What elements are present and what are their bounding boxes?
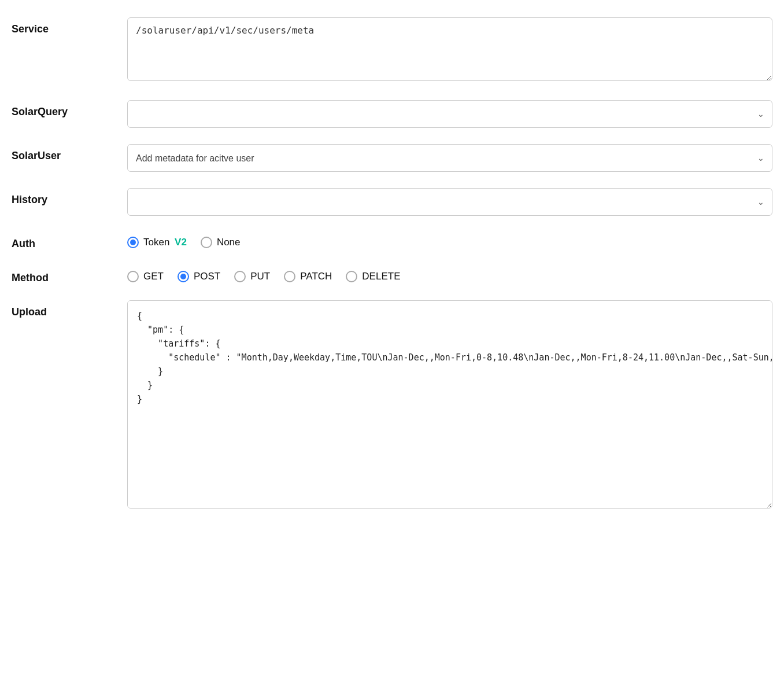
upload-control: { "pm": { "tariffs": { "schedule" : "Mon… [127,300,772,511]
auth-row: Auth Token V2 None [12,232,772,250]
service-row: Service /solaruser/api/v1/sec/users/meta [12,17,772,84]
method-radio-group: GET POST PUT PATCH DELETE [127,266,772,282]
method-get-radio[interactable] [127,271,139,282]
upload-row: Upload { "pm": { "tariffs": { "schedule"… [12,300,772,511]
method-put-label: PUT [250,271,270,282]
solarquery-control: ⌄ [127,100,772,128]
history-control: ⌄ [127,188,772,216]
method-delete-label: DELETE [362,271,400,282]
auth-label: Auth [12,232,127,250]
upload-label: Upload [12,300,127,318]
history-label: History [12,188,127,206]
method-patch-option[interactable]: PATCH [284,271,332,282]
service-label: Service [12,17,127,35]
upload-input[interactable]: { "pm": { "tariffs": { "schedule" : "Mon… [127,300,772,509]
history-select[interactable] [127,188,772,216]
method-row: Method GET POST PUT PATCH DELETE [12,266,772,284]
method-patch-label: PATCH [300,271,332,282]
solarquery-select[interactable] [127,100,772,128]
auth-none-option[interactable]: None [201,237,241,248]
method-put-option[interactable]: PUT [234,271,270,282]
auth-token-option[interactable]: Token V2 [127,237,187,248]
method-delete-option[interactable]: DELETE [346,271,400,282]
method-post-radio[interactable] [177,271,189,282]
solaruser-label: SolarUser [12,144,127,162]
solaruser-select[interactable]: Add metadata for acitve user [127,144,772,172]
method-control: GET POST PUT PATCH DELETE [127,266,772,282]
auth-token-radio[interactable] [127,237,139,248]
auth-radio-group: Token V2 None [127,232,772,248]
solarquery-row: SolarQuery ⌄ [12,100,772,128]
method-get-label: GET [143,271,164,282]
solarquery-label: SolarQuery [12,100,127,118]
auth-none-label: None [217,237,241,248]
service-input[interactable]: /solaruser/api/v1/sec/users/meta [127,17,772,81]
service-control: /solaruser/api/v1/sec/users/meta [127,17,772,84]
solaruser-row: SolarUser Add metadata for acitve user ⌄ [12,144,772,172]
history-row: History ⌄ [12,188,772,216]
method-post-label: POST [194,271,220,282]
solaruser-control: Add metadata for acitve user ⌄ [127,144,772,172]
method-put-radio[interactable] [234,271,246,282]
method-patch-radio[interactable] [284,271,295,282]
method-delete-radio[interactable] [346,271,357,282]
method-label: Method [12,266,127,284]
method-post-option[interactable]: POST [177,271,220,282]
auth-token-badge: V2 [175,237,187,248]
method-get-option[interactable]: GET [127,271,164,282]
auth-token-label: Token V2 [143,237,187,248]
auth-control: Token V2 None [127,232,772,248]
auth-none-radio[interactable] [201,237,212,248]
